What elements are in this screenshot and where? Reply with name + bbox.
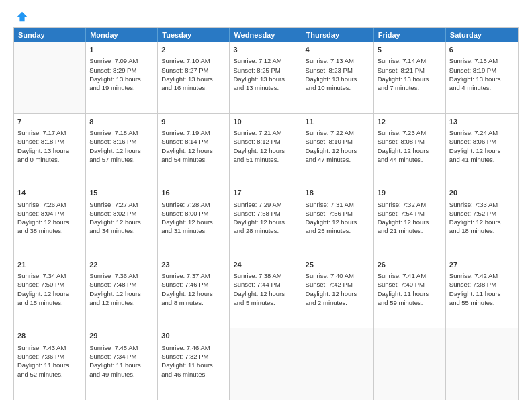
cal-cell-3-1: 14Sunrise: 7:26 AMSunset: 8:04 PMDayligh… xyxy=(14,185,86,257)
cell-line-1: Sunset: 7:32 PM xyxy=(161,352,226,361)
cell-line-3: and 34 minutes. xyxy=(89,226,154,235)
cell-line-2: Daylight: 11 hours xyxy=(161,361,226,369)
cell-line-2: Daylight: 12 hours xyxy=(306,289,370,298)
day-number: 10 xyxy=(233,117,298,127)
cell-line-1: Sunset: 8:04 PM xyxy=(17,209,82,218)
cell-line-0: Sunrise: 7:31 AM xyxy=(306,200,370,209)
day-number: 20 xyxy=(449,188,515,198)
cell-line-2: Daylight: 12 hours xyxy=(449,146,515,155)
cell-line-0: Sunrise: 7:23 AM xyxy=(378,128,442,137)
cell-line-3: and 46 minutes. xyxy=(161,370,226,379)
cell-line-1: Sunset: 8:18 PM xyxy=(17,137,82,146)
day-number: 1 xyxy=(89,45,154,55)
cell-line-2: Daylight: 12 hours xyxy=(89,218,154,226)
cal-cell-1-5: 4Sunrise: 7:13 AMSunset: 8:23 PMDaylight… xyxy=(302,42,374,113)
cell-line-1: Sunset: 8:27 PM xyxy=(161,66,226,75)
cell-line-0: Sunrise: 7:33 AM xyxy=(449,200,515,209)
cell-line-3: and 13 minutes. xyxy=(233,83,298,92)
day-number: 4 xyxy=(306,45,370,55)
cal-cell-4-1: 21Sunrise: 7:34 AMSunset: 7:50 PMDayligh… xyxy=(14,257,86,328)
cell-line-2: Daylight: 12 hours xyxy=(17,218,82,226)
cell-line-2: Daylight: 12 hours xyxy=(378,146,442,155)
day-number: 8 xyxy=(89,117,154,127)
cell-line-1: Sunset: 7:34 PM xyxy=(89,352,154,361)
day-number: 19 xyxy=(378,188,442,198)
cell-line-0: Sunrise: 7:19 AM xyxy=(161,128,226,137)
day-number: 25 xyxy=(306,260,370,270)
header-day-tuesday: Tuesday xyxy=(158,28,230,42)
cell-line-1: Sunset: 7:52 PM xyxy=(449,209,515,218)
svg-marker-0 xyxy=(17,12,27,21)
cell-line-3: and 2 minutes. xyxy=(306,298,370,307)
cell-line-1: Sunset: 8:08 PM xyxy=(378,137,442,146)
cell-line-1: Sunset: 7:42 PM xyxy=(306,280,370,289)
cell-line-0: Sunrise: 7:17 AM xyxy=(17,128,82,137)
cell-line-1: Sunset: 7:56 PM xyxy=(306,209,370,218)
day-number: 16 xyxy=(161,188,226,198)
cell-line-0: Sunrise: 7:26 AM xyxy=(17,200,82,209)
cell-line-1: Sunset: 8:29 PM xyxy=(89,66,154,75)
day-number: 5 xyxy=(378,45,442,55)
cell-line-2: Daylight: 13 hours xyxy=(378,75,442,83)
cell-line-2: Daylight: 12 hours xyxy=(306,146,370,155)
cal-cell-4-3: 23Sunrise: 7:37 AMSunset: 7:46 PMDayligh… xyxy=(158,257,230,328)
cell-line-2: Daylight: 12 hours xyxy=(449,218,515,226)
cell-line-0: Sunrise: 7:41 AM xyxy=(378,271,442,280)
cell-line-0: Sunrise: 7:45 AM xyxy=(89,343,154,352)
cell-line-1: Sunset: 8:00 PM xyxy=(161,209,226,218)
cell-line-1: Sunset: 8:10 PM xyxy=(306,137,370,146)
day-number: 24 xyxy=(233,260,298,270)
cell-line-3: and 19 minutes. xyxy=(89,83,154,92)
day-number: 7 xyxy=(17,117,82,127)
cell-line-3: and 16 minutes. xyxy=(161,83,226,92)
cell-line-0: Sunrise: 7:15 AM xyxy=(449,56,515,65)
day-number: 6 xyxy=(449,45,515,55)
cell-line-2: Daylight: 11 hours xyxy=(89,361,154,369)
cal-cell-2-3: 9Sunrise: 7:19 AMSunset: 8:14 PMDaylight… xyxy=(158,114,230,185)
cal-cell-2-5: 11Sunrise: 7:22 AMSunset: 8:10 PMDayligh… xyxy=(302,114,374,185)
cell-line-0: Sunrise: 7:24 AM xyxy=(449,128,515,137)
cal-cell-1-2: 1Sunrise: 7:09 AMSunset: 8:29 PMDaylight… xyxy=(86,42,158,113)
cell-line-0: Sunrise: 7:21 AM xyxy=(233,128,298,137)
cell-line-2: Daylight: 12 hours xyxy=(233,218,298,226)
day-number: 9 xyxy=(161,117,226,127)
day-number: 30 xyxy=(161,331,226,341)
cell-line-0: Sunrise: 7:18 AM xyxy=(89,128,154,137)
cal-cell-5-1: 28Sunrise: 7:43 AMSunset: 7:36 PMDayligh… xyxy=(14,328,86,400)
cal-cell-5-6 xyxy=(374,328,446,400)
day-number: 12 xyxy=(378,117,442,127)
cal-cell-2-6: 12Sunrise: 7:23 AMSunset: 8:08 PMDayligh… xyxy=(374,114,446,185)
header-day-thursday: Thursday xyxy=(302,28,374,42)
cell-line-2: Daylight: 12 hours xyxy=(17,289,82,298)
day-number: 26 xyxy=(378,260,442,270)
cal-cell-5-4 xyxy=(230,328,302,400)
day-number: 29 xyxy=(89,331,154,341)
calendar-body: 1Sunrise: 7:09 AMSunset: 8:29 PMDaylight… xyxy=(14,42,518,400)
cell-line-1: Sunset: 7:54 PM xyxy=(378,209,442,218)
cal-cell-3-5: 18Sunrise: 7:31 AMSunset: 7:56 PMDayligh… xyxy=(302,185,374,257)
day-number: 18 xyxy=(306,188,370,198)
header-day-monday: Monday xyxy=(86,28,158,42)
cell-line-0: Sunrise: 7:14 AM xyxy=(378,56,442,65)
logo xyxy=(13,11,28,20)
cal-cell-3-4: 17Sunrise: 7:29 AMSunset: 7:58 PMDayligh… xyxy=(230,185,302,257)
cell-line-3: and 41 minutes. xyxy=(449,155,515,164)
cell-line-0: Sunrise: 7:42 AM xyxy=(449,271,515,280)
cell-line-1: Sunset: 8:19 PM xyxy=(449,66,515,75)
cell-line-1: Sunset: 7:50 PM xyxy=(17,280,82,289)
day-number: 22 xyxy=(89,260,154,270)
day-number: 11 xyxy=(306,117,370,127)
cell-line-2: Daylight: 11 hours xyxy=(378,289,442,298)
cell-line-1: Sunset: 7:38 PM xyxy=(449,280,515,289)
cell-line-0: Sunrise: 7:09 AM xyxy=(89,56,154,65)
cell-line-3: and 10 minutes. xyxy=(306,83,370,92)
cell-line-1: Sunset: 8:02 PM xyxy=(89,209,154,218)
cell-line-3: and 52 minutes. xyxy=(17,370,82,379)
calendar-header: SundayMondayTuesdayWednesdayThursdayFrid… xyxy=(14,28,518,42)
day-number: 2 xyxy=(161,45,226,55)
cell-line-3: and 54 minutes. xyxy=(161,155,226,164)
cal-cell-4-4: 24Sunrise: 7:38 AMSunset: 7:44 PMDayligh… xyxy=(230,257,302,328)
cell-line-2: Daylight: 12 hours xyxy=(89,289,154,298)
cell-line-2: Daylight: 13 hours xyxy=(89,75,154,83)
cell-line-0: Sunrise: 7:40 AM xyxy=(306,271,370,280)
